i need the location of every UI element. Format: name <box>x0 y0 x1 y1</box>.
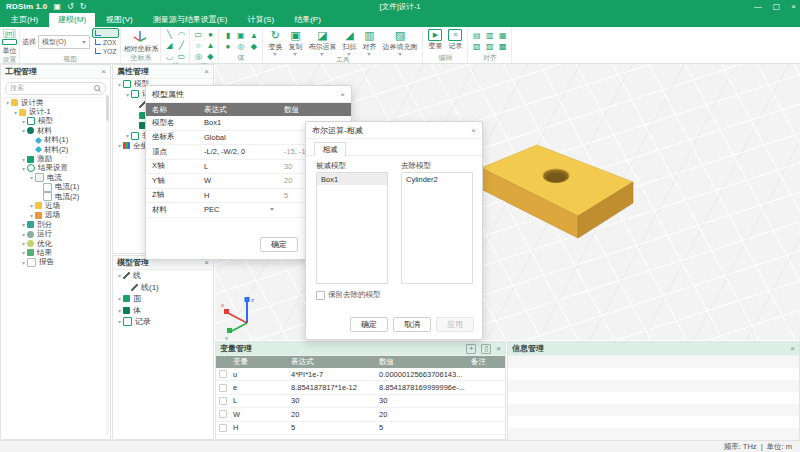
tree-item[interactable]: ▾设计-1 <box>1 107 110 116</box>
align-center-icon[interactable]: ▥ <box>486 31 494 41</box>
copy-button[interactable]: ▣复制 <box>285 29 305 56</box>
row-checkbox[interactable] <box>219 370 227 378</box>
tree-item[interactable]: ▾剖分 <box>1 220 110 229</box>
align-left-icon[interactable]: ▤ <box>473 31 481 41</box>
pyramid-icon[interactable]: ◆ <box>251 42 257 52</box>
record-button[interactable]: ≡记录 <box>445 29 465 51</box>
expander-icon[interactable]: ▾ <box>116 307 123 314</box>
tree-item[interactable]: 电流(1) <box>1 183 110 192</box>
expander-icon[interactable]: ▾ <box>20 221 27 228</box>
tree-item[interactable]: 电流(2) <box>1 192 110 201</box>
sweep-button[interactable]: ◢扫掠 <box>339 29 359 56</box>
menu-tab-5[interactable]: 结果(P) <box>285 13 330 27</box>
row-checkbox[interactable] <box>219 410 227 418</box>
expander-icon[interactable]: ▾ <box>116 295 123 302</box>
transform-button[interactable]: ↻变换 <box>265 29 285 56</box>
tree-item[interactable]: ▾材料 <box>1 126 110 135</box>
expander-icon[interactable]: ▾ <box>124 91 131 98</box>
tree-item[interactable]: ▾结果设置 <box>1 164 110 173</box>
boundary-fill-button[interactable]: ▨边界填充面 <box>379 29 420 56</box>
ring-icon[interactable]: ◎ <box>195 52 202 62</box>
model-select-dropdown[interactable]: 模型(O) <box>38 35 90 49</box>
arc-icon[interactable]: ◠ <box>178 30 185 40</box>
tree-item[interactable]: ▾运行 <box>1 229 110 238</box>
row-checkbox[interactable] <box>219 384 227 392</box>
relative-coords-button[interactable]: 相对坐标系 <box>123 30 158 54</box>
expander-icon[interactable]: ▾ <box>28 212 35 219</box>
project-panel-close-icon[interactable]: × <box>101 67 106 76</box>
cone-icon[interactable]: ▲ <box>250 31 258 41</box>
plane-button-1[interactable]: ZOX <box>93 38 118 46</box>
expander-icon[interactable]: ▾ <box>28 174 35 181</box>
plane-button-2[interactable]: YOZ <box>93 47 118 55</box>
tree-item[interactable]: ▾面 <box>113 293 213 305</box>
polyline-icon[interactable]: ╱ <box>179 41 184 51</box>
boolean-operation-button[interactable]: ◪布尔运算 <box>305 29 339 56</box>
tree-item[interactable]: ▾报告 <box>1 258 110 267</box>
expander-icon[interactable]: ▾ <box>20 127 27 134</box>
menu-tab-3[interactable]: 测量源与结果设置(E) <box>144 13 237 27</box>
unit-button[interactable]: (m) 单位 <box>2 29 17 56</box>
expander-icon[interactable]: ▾ <box>20 249 27 256</box>
align-top-icon[interactable]: ▧ <box>473 42 481 52</box>
menu-tab-4[interactable]: 计算(S) <box>238 13 283 27</box>
variable-row[interactable]: H55 <box>216 422 505 435</box>
save-icon[interactable]: ▣ <box>53 0 61 13</box>
circle-icon[interactable]: ● <box>208 30 213 40</box>
tree-item[interactable]: ▾远场 <box>1 211 110 220</box>
row-checkbox[interactable] <box>219 397 227 405</box>
expander-icon[interactable]: ▾ <box>4 99 11 106</box>
tree-item[interactable]: ▾激励 <box>1 154 110 163</box>
align-bottom-icon[interactable]: ▩ <box>499 42 507 52</box>
tree-item[interactable]: ▾电流 <box>1 173 110 182</box>
tree-item[interactable]: 线(1) <box>113 282 213 294</box>
expander-icon[interactable]: ▾ <box>116 272 123 279</box>
tree-item[interactable]: ▾记录 <box>113 316 213 328</box>
tree-item[interactable]: ▾优化 <box>1 239 110 248</box>
props-ok-button[interactable]: 确定 <box>260 237 298 252</box>
subtract-tab[interactable]: 相减 <box>314 142 346 156</box>
keep-removed-checkbox[interactable] <box>316 291 325 300</box>
menu-tab-1[interactable]: 建模(M) <box>49 13 95 27</box>
message-panel-close-icon[interactable]: × <box>790 344 795 353</box>
expander-icon[interactable]: ▾ <box>28 202 35 209</box>
tree-item[interactable]: ▾模型 <box>1 117 110 126</box>
minimize-button[interactable]: — <box>754 2 762 11</box>
tree-item[interactable]: ▾线 <box>113 270 213 282</box>
tree-item[interactable]: ▾近场 <box>1 201 110 210</box>
expander-icon[interactable]: ▾ <box>20 231 27 238</box>
align-middle-icon[interactable]: ▨ <box>486 42 494 52</box>
expander-icon[interactable]: ▾ <box>20 118 27 125</box>
delete-variable-icon[interactable]: ▯ <box>481 344 491 354</box>
undo-icon[interactable]: ↺ <box>67 0 74 13</box>
tree-item[interactable]: ▾设计类 <box>1 98 110 107</box>
expander-icon[interactable]: ▾ <box>124 132 131 139</box>
bool-cancel-button[interactable]: 取消 <box>393 317 431 332</box>
attribute-panel-close-icon[interactable]: × <box>204 67 209 76</box>
tree-item[interactable]: ▾体 <box>113 305 213 317</box>
polygon-icon[interactable]: ◆ <box>207 52 213 62</box>
segment-icon[interactable]: ▭ <box>178 52 186 62</box>
variable-row[interactable]: u4*PI*1e-70.00000125663706143... <box>216 368 505 381</box>
props-dialog-close-icon[interactable]: × <box>340 90 345 99</box>
cylinder-icon[interactable]: ▣ <box>237 31 245 41</box>
bool-dialog-close-icon[interactable]: × <box>471 126 476 135</box>
expander-icon[interactable]: ▾ <box>20 165 27 172</box>
expander-icon[interactable]: ▾ <box>116 81 123 88</box>
add-variable-icon[interactable]: + <box>466 344 476 354</box>
align-right-icon[interactable]: ▦ <box>499 31 507 41</box>
expander-icon[interactable]: ▾ <box>116 318 123 325</box>
expander-icon[interactable]: ▾ <box>20 240 27 247</box>
subtrahend-list[interactable]: Cylinder2 <box>401 172 473 284</box>
tree-item[interactable]: ▾结果 <box>1 248 110 257</box>
corner-icon[interactable]: ◢ <box>166 41 172 51</box>
line-icon[interactable]: ╲ <box>167 30 172 40</box>
close-button[interactable]: × <box>791 2 796 11</box>
menu-tab-2[interactable]: 视图(V) <box>97 13 142 27</box>
torus-icon[interactable]: ◎ <box>237 42 244 52</box>
redo-icon[interactable]: ↻ <box>80 0 87 13</box>
list-item[interactable]: Cylinder2 <box>402 173 472 185</box>
expander-icon[interactable]: ▾ <box>116 142 123 149</box>
box-icon[interactable]: ▮ <box>226 31 230 41</box>
tree-item[interactable]: 材料(1) <box>1 136 110 145</box>
